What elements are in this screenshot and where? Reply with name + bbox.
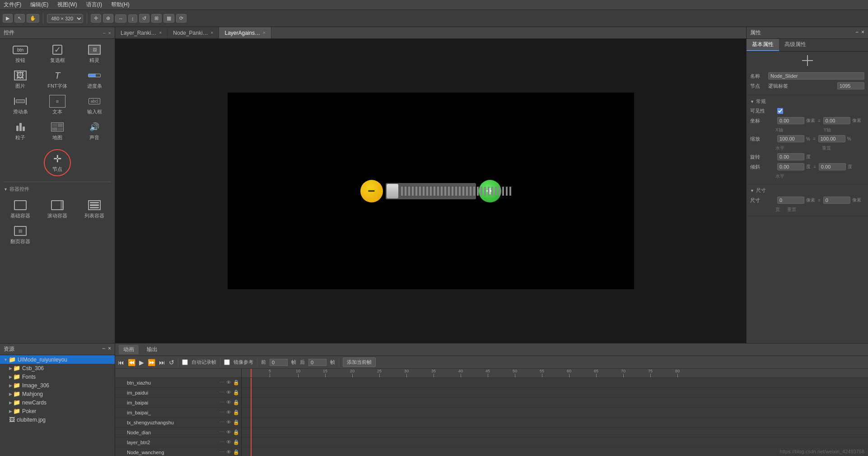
play-button[interactable]: ▶ bbox=[3, 14, 13, 23]
size-reset-btn[interactable]: 重置 bbox=[787, 207, 796, 213]
menu-item-help[interactable]: 帮助(H) bbox=[109, 1, 131, 9]
height-input[interactable] bbox=[823, 197, 850, 204]
tl-btn-next[interactable]: ⏩ bbox=[148, 359, 155, 366]
toolbar-flip-v[interactable]: ↕ bbox=[128, 14, 137, 23]
width-input[interactable] bbox=[777, 197, 804, 204]
tab-close-1[interactable]: × bbox=[211, 30, 214, 35]
track-label-layer_btn2[interactable]: layer_btn2⋯👁🔒 bbox=[115, 437, 241, 447]
control-progress[interactable]: 进度条 bbox=[76, 66, 113, 92]
prev-frame-input[interactable] bbox=[270, 359, 288, 366]
prop-minimize-icon[interactable]: − bbox=[855, 29, 859, 37]
menu-item-edit[interactable]: 编辑(E) bbox=[28, 1, 50, 9]
res-item-newcards[interactable]: ▶ 📁 newCards bbox=[0, 398, 115, 407]
mirror-ref-check[interactable] bbox=[224, 359, 230, 365]
tab-close-0[interactable]: × bbox=[159, 30, 162, 35]
list-container-icon bbox=[86, 199, 103, 212]
tab-basic-properties[interactable]: 基本属性 bbox=[747, 39, 779, 51]
track-label-btn_xiazhu[interactable]: btn_xiazhu⋯👁🔒 bbox=[115, 378, 241, 388]
control-basic-container[interactable]: 基础容器 bbox=[2, 196, 39, 222]
control-particle[interactable]: 粒子 bbox=[2, 118, 39, 144]
skew-x-input[interactable] bbox=[777, 163, 804, 170]
rotate-input[interactable] bbox=[777, 153, 804, 160]
skew-y-input[interactable] bbox=[819, 163, 846, 170]
control-button[interactable]: btn 按钮 bbox=[2, 41, 39, 66]
control-page-container[interactable]: ▤ 翻页容器 bbox=[2, 222, 39, 248]
timeline-area: 动画 输出 ⏮ ⏪ ▶ ⏩ ⏭ ↺ 自动记录帧 镜像参考 前 帧 后 帧 添加当… bbox=[115, 343, 868, 456]
x-input[interactable] bbox=[777, 117, 804, 124]
slider-track[interactable] bbox=[386, 183, 476, 199]
track-label-im_baipai_[interactable]: im_baipai_⋯👁🔒 bbox=[115, 408, 241, 418]
track-label-Node_wancheng[interactable]: Node_wancheng⋯👁🔒 bbox=[115, 447, 241, 456]
tab-close-2[interactable]: × bbox=[263, 30, 266, 35]
tl-btn-last[interactable]: ⏭ bbox=[159, 359, 165, 366]
control-fnt[interactable]: T FNT字体 bbox=[39, 66, 76, 92]
tl-btn-loop[interactable]: ↺ bbox=[169, 359, 174, 366]
logic-tag-input[interactable] bbox=[837, 82, 864, 89]
control-sprite[interactable]: 🖼 精灵 bbox=[76, 41, 113, 66]
node-button[interactable]: ✛ 节点 bbox=[44, 149, 71, 176]
toolbar-arrow[interactable]: ↖ bbox=[14, 14, 25, 23]
toolbar-flip-h[interactable]: ↔ bbox=[115, 14, 126, 23]
res-item-image306[interactable]: ▶ 📁 Image_306 bbox=[0, 381, 115, 390]
res-item-fonts[interactable]: ▶ 📁 Fonts bbox=[0, 372, 115, 381]
tab-layer-agains[interactable]: LayerAgains… × bbox=[219, 27, 271, 38]
res-item-csb[interactable]: ▶ 📁 Csb_306 bbox=[0, 364, 115, 372]
timeline-tab-animation[interactable]: 动画 bbox=[119, 345, 139, 354]
close-icon[interactable]: × bbox=[108, 30, 111, 36]
toolbar-grid[interactable]: ⊞ bbox=[151, 14, 162, 23]
track-label-tx_shengyuzhangshu[interactable]: tx_shengyuzhangshu⋯👁🔒 bbox=[115, 418, 241, 428]
slider-handle[interactable] bbox=[387, 184, 398, 198]
toolbar-snap[interactable]: ▦ bbox=[163, 14, 174, 23]
toolbar-extra1[interactable]: ⟳ bbox=[176, 14, 187, 23]
control-text[interactable]: ≡ 文本 bbox=[39, 92, 76, 118]
res-item-clubitem[interactable]: 🖼 clubitem.jpg bbox=[0, 415, 115, 424]
control-image[interactable]: 🖼 图片 bbox=[2, 66, 39, 92]
res-item-mahjong[interactable]: ▶ 📁 Mahjong bbox=[0, 390, 115, 398]
control-scroll-container[interactable]: 滚动容器 bbox=[39, 196, 76, 222]
track-label-im_paidui[interactable]: im_paidui⋯👁🔒 bbox=[115, 388, 241, 398]
next-frame-input[interactable] bbox=[308, 359, 327, 366]
control-sound[interactable]: 🔊 声音 bbox=[76, 118, 113, 144]
tl-btn-first[interactable]: ⏮ bbox=[118, 359, 124, 366]
tl-btn-prev[interactable]: ⏪ bbox=[128, 359, 135, 366]
toolbar-move[interactable]: ✛ bbox=[91, 14, 101, 23]
scale-x-input[interactable] bbox=[777, 135, 804, 142]
menu-item-language[interactable]: 语言(I) bbox=[84, 1, 104, 9]
add-frame-btn[interactable]: 添加当前帧 bbox=[343, 357, 376, 367]
scale-y-input[interactable] bbox=[818, 135, 845, 142]
scale-percent-1: % bbox=[806, 136, 810, 141]
toolbar-rotate[interactable]: ↺ bbox=[139, 14, 149, 23]
tab-advanced-properties[interactable]: 高级属性 bbox=[779, 39, 812, 51]
control-input[interactable]: abc| 输入框 bbox=[76, 92, 113, 118]
control-map[interactable]: 地图 bbox=[39, 118, 76, 144]
control-checkbox[interactable]: ✓ 复选框 bbox=[39, 41, 76, 66]
y-input[interactable] bbox=[823, 117, 850, 124]
track-label-im_baipai[interactable]: im_baipai⋯👁🔒 bbox=[115, 398, 241, 408]
minimize-icon[interactable]: − bbox=[103, 30, 105, 36]
prop-close-icon[interactable]: × bbox=[861, 29, 864, 37]
name-input[interactable] bbox=[768, 72, 864, 80]
res-close-icon[interactable]: × bbox=[108, 345, 111, 353]
tab-node-panki[interactable]: Node_Panki… × bbox=[168, 27, 219, 38]
toolbar-hand[interactable]: ✋ bbox=[27, 14, 39, 23]
canvas-area[interactable]: − bbox=[115, 39, 746, 343]
res-item-poker[interactable]: ▶ 📁 Poker bbox=[0, 407, 115, 415]
tl-btn-play[interactable]: ▶ bbox=[139, 359, 144, 366]
node-label: 节点 bbox=[52, 166, 62, 173]
control-slider[interactable]: 滑动条 bbox=[2, 92, 39, 118]
menu-item-file[interactable]: 文件(F) bbox=[2, 1, 23, 9]
menu-item-view[interactable]: 视图(W) bbox=[56, 1, 79, 9]
tab-layer-ranki[interactable]: Layer_Ranki… × bbox=[115, 27, 168, 38]
res-item-root[interactable]: ▼ 📁 UIMode_ruiyunleyou bbox=[0, 355, 115, 364]
toolbar-anchor[interactable]: ⊕ bbox=[103, 14, 113, 23]
track-label-Node_dian[interactable]: Node_dian⋯👁🔒 bbox=[115, 428, 241, 437]
slider-minus-button[interactable]: − bbox=[360, 180, 383, 202]
control-list-container[interactable]: 列表容器 bbox=[76, 196, 113, 222]
resolution-select[interactable]: 480 × 320 bbox=[47, 14, 83, 23]
res-minimize-icon[interactable]: − bbox=[102, 345, 105, 353]
auto-record-check[interactable] bbox=[182, 359, 188, 365]
timeline-tab-output[interactable]: 输出 bbox=[142, 345, 162, 354]
visible-checkbox[interactable] bbox=[777, 108, 783, 114]
ruler-tick-50: 50 bbox=[513, 369, 517, 377]
scale-reset-btn[interactable]: 重置 bbox=[818, 145, 865, 151]
